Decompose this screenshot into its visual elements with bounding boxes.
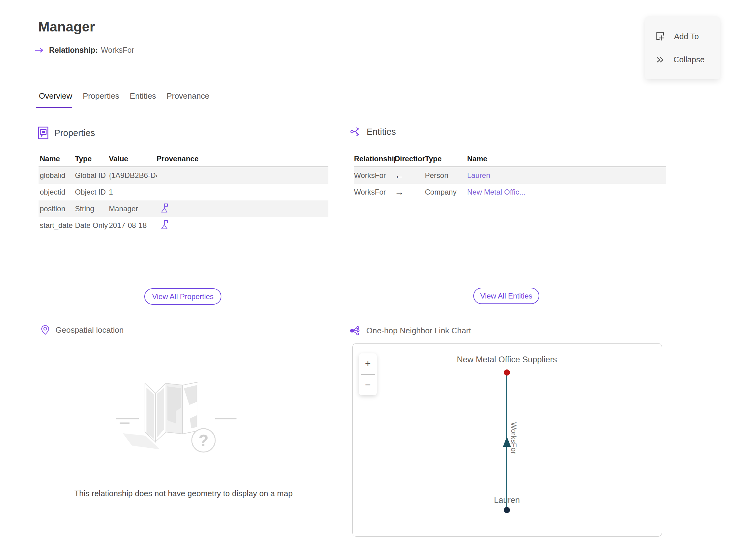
- flag-icon[interactable]: [160, 203, 169, 213]
- zoom-control: + −: [359, 353, 377, 395]
- node-company[interactable]: [504, 369, 510, 376]
- col-name: Name: [467, 155, 666, 163]
- direction-arrow-icon: ←: [395, 170, 425, 181]
- edge-label: WorksFor: [510, 422, 518, 454]
- table-row: position String Manager: [38, 200, 329, 217]
- entities-table: Relationship Direction Type Name WorksFo…: [354, 151, 666, 200]
- entity-name-link[interactable]: New Metal Offic...: [467, 188, 666, 196]
- table-row: globalid Global ID {1A9DB2B6-D482...: [38, 167, 329, 184]
- svg-text:?: ?: [199, 431, 209, 450]
- branch-icon: [350, 126, 362, 137]
- prop-value: {1A9DB2B6-D482...: [109, 171, 157, 180]
- table-row: start_date Date Only 2017-08-18: [38, 217, 329, 234]
- add-to-label: Add To: [674, 32, 699, 41]
- prop-value: 1: [109, 188, 157, 196]
- node-label-person: Lauren: [414, 495, 599, 505]
- double-chevron-right-icon: [655, 55, 665, 65]
- prop-provenance: [157, 219, 329, 231]
- col-provenance: Provenance: [157, 155, 329, 163]
- geospatial-section-title: Geospatial location: [56, 325, 124, 335]
- prop-name: position: [40, 204, 75, 213]
- view-all-properties-button[interactable]: View All Properties: [144, 288, 221, 305]
- direction-arrow-icon: →: [395, 187, 425, 197]
- link-chart-icon: [349, 325, 361, 337]
- zoom-out-button[interactable]: −: [359, 375, 377, 396]
- actions-panel: Add To Collapse: [645, 16, 720, 79]
- properties-table-header: Name Type Value Provenance: [38, 151, 329, 167]
- table-row: objectid Object ID 1: [38, 184, 329, 200]
- entities-table-header: Relationship Direction Type Name: [354, 151, 666, 167]
- link-chart-section-header: One-hop Neighbor Link Chart: [349, 325, 471, 337]
- col-relationship: Relationship: [354, 155, 395, 163]
- add-to-icon: [655, 31, 666, 42]
- prop-type: Global ID: [75, 171, 109, 180]
- prop-name: globalid: [40, 171, 75, 180]
- entity-relationship: WorksFor: [354, 188, 395, 196]
- properties-table: Name Type Value Provenance globalid Glob…: [38, 151, 329, 234]
- collapse-button[interactable]: Collapse: [645, 55, 720, 65]
- entity-name-link[interactable]: Lauren: [467, 171, 666, 180]
- prop-provenance: [157, 203, 329, 215]
- relationship-type-label: Relationship:: [49, 45, 98, 55]
- flag-icon[interactable]: [160, 219, 169, 230]
- collapse-label: Collapse: [673, 55, 705, 65]
- view-all-entities-button[interactable]: View All Entities: [473, 288, 539, 304]
- entity-relationship: WorksFor: [354, 171, 395, 180]
- tab-entities[interactable]: Entities: [130, 91, 156, 108]
- col-type: Type: [425, 155, 467, 163]
- tab-properties[interactable]: Properties: [83, 91, 119, 108]
- properties-section-title: Properties: [54, 128, 95, 138]
- prop-value: 2017-08-18: [109, 221, 157, 230]
- page-title: Manager: [38, 19, 95, 34]
- col-value: Value: [109, 155, 157, 163]
- prop-type: String: [75, 204, 109, 213]
- add-to-button[interactable]: Add To: [645, 31, 720, 42]
- node-label-company: New Metal Office Suppliers: [414, 355, 599, 365]
- tab-overview[interactable]: Overview: [39, 91, 72, 108]
- entities-section-title: Entities: [367, 127, 396, 137]
- relationship-detail-page: Manager Relationship: WorksFor Add To Co…: [0, 0, 740, 560]
- entities-section-header: Entities: [350, 126, 396, 137]
- no-geometry-message: This relationship does not have geometry…: [38, 489, 329, 498]
- col-name: Name: [40, 155, 75, 163]
- prop-name: objectid: [40, 188, 75, 196]
- col-type: Type: [75, 155, 109, 163]
- node-person[interactable]: [504, 507, 510, 513]
- map-pin-icon: [40, 324, 50, 336]
- entity-type: Company: [425, 188, 467, 196]
- link-chart-section-title: One-hop Neighbor Link Chart: [366, 326, 471, 336]
- zoom-in-button[interactable]: +: [359, 353, 377, 374]
- prop-value: Manager: [109, 204, 157, 213]
- table-row: WorksFor → Company New Metal Offic...: [354, 184, 666, 200]
- map-placeholder-illustration: ?: [113, 372, 244, 457]
- prop-type: Date Only: [75, 221, 109, 230]
- prop-name: start_date: [40, 221, 75, 230]
- prop-type: Object ID: [75, 188, 109, 196]
- relationship-type-value: WorksFor: [101, 45, 134, 55]
- link-chart-canvas[interactable]: + − WorksFor New Metal Office Suppliers …: [352, 343, 662, 537]
- properties-section-header: Properties: [37, 126, 95, 140]
- breadcrumb: Relationship: WorksFor: [35, 45, 134, 55]
- geospatial-section-header: Geospatial location: [40, 324, 124, 336]
- arrow-right-icon: [35, 47, 44, 53]
- col-direction: Direction: [395, 155, 425, 163]
- table-row: WorksFor ← Person Lauren: [354, 167, 666, 184]
- document-list-icon: [37, 126, 49, 140]
- tab-provenance[interactable]: Provenance: [167, 91, 209, 108]
- tab-bar: Overview Properties Entities Provenance: [39, 91, 209, 108]
- entity-type: Person: [425, 171, 467, 180]
